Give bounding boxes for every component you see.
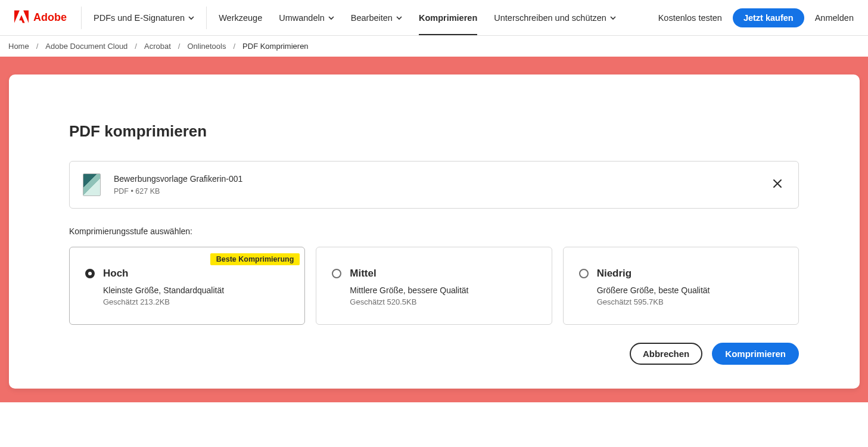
file-info: Bewerbungsvorlage Grafikerin-001 PDF • 6… xyxy=(114,174,757,195)
main-card: PDF komprimieren Bewerbungsvorlage Grafi… xyxy=(9,74,860,389)
compress-button[interactable]: Komprimieren xyxy=(712,343,799,365)
nav-unterschreiben[interactable]: Unterschreiben und schützen xyxy=(486,0,624,35)
option-estimate: Geschätzt 213.2KB xyxy=(103,297,289,306)
chevron-down-icon xyxy=(396,13,402,23)
page-title: PDF komprimieren xyxy=(69,122,799,141)
nav-pdfs-esignatures[interactable]: PDFs und E-Signaturen xyxy=(85,0,203,35)
option-estimate: Geschätzt 595.7KB xyxy=(597,297,783,306)
nav-umwandeln[interactable]: Umwandeln xyxy=(270,0,343,35)
breadcrumb-onlinetools[interactable]: Onlinetools xyxy=(187,42,226,51)
chevron-down-icon xyxy=(610,13,616,23)
adobe-logo[interactable]: Adobe xyxy=(8,10,73,26)
nav-label: Bearbeiten xyxy=(351,13,393,23)
option-medium[interactable]: Mittel Mittlere Größe, bessere Qualität … xyxy=(316,247,552,325)
nav-label: Komprimieren xyxy=(419,13,477,23)
file-meta: PDF • 627 KB xyxy=(114,187,757,195)
file-row: Bewerbungsvorlage Grafikerin-001 PDF • 6… xyxy=(69,161,799,209)
option-low[interactable]: Niedrig Größere Größe, beste Qualität Ge… xyxy=(563,247,799,325)
top-nav: Adobe PDFs und E-Signaturen Werkzeuge Um… xyxy=(0,0,868,36)
nav-label: Umwandeln xyxy=(279,13,325,23)
breadcrumb-current: PDF Komprimieren xyxy=(242,42,309,51)
nav-label: Werkzeuge xyxy=(219,13,262,23)
breadcrumb-sep: / xyxy=(233,42,235,51)
breadcrumb-sep: / xyxy=(135,42,137,51)
nav-separator xyxy=(81,7,82,29)
close-icon xyxy=(772,181,783,191)
breadcrumb-sep: / xyxy=(36,42,39,51)
breadcrumb-acrobat[interactable]: Acrobat xyxy=(144,42,171,51)
nav-bearbeiten[interactable]: Bearbeiten xyxy=(343,0,410,35)
file-thumbnail xyxy=(83,173,101,196)
nav-label: PDFs und E-Signaturen xyxy=(94,13,185,23)
option-desc: Mittlere Größe, bessere Qualität xyxy=(350,285,536,295)
breadcrumb-document-cloud[interactable]: Adobe Document Cloud xyxy=(45,42,127,51)
nav-label: Unterschreiben und schützen xyxy=(494,13,606,23)
option-title: Hoch xyxy=(103,268,129,280)
option-title: Niedrig xyxy=(597,268,632,280)
option-high[interactable]: Beste Komprimierung Hoch Kleinste Größe,… xyxy=(69,247,305,325)
radio-icon xyxy=(579,269,589,278)
breadcrumb-sep: / xyxy=(178,42,181,51)
option-estimate: Geschätzt 520.5KB xyxy=(350,297,536,306)
hero-background: PDF komprimieren Bewerbungsvorlage Grafi… xyxy=(0,57,868,402)
nav-komprimieren[interactable]: Komprimieren xyxy=(410,0,486,35)
file-name: Bewerbungsvorlage Grafikerin-001 xyxy=(114,174,757,184)
cancel-button[interactable]: Abbrechen xyxy=(630,343,702,365)
nav-items: PDFs und E-Signaturen Werkzeuge Umwandel… xyxy=(77,0,624,35)
chevron-down-icon xyxy=(328,13,334,23)
chevron-down-icon xyxy=(188,13,194,23)
adobe-logo-text: Adobe xyxy=(33,11,67,24)
radio-icon xyxy=(332,269,341,278)
nav-separator xyxy=(206,7,207,29)
option-desc: Größere Größe, beste Qualität xyxy=(597,285,783,295)
login-link[interactable]: Anmelden xyxy=(815,13,860,23)
option-desc: Kleinste Größe, Standardqualität xyxy=(103,285,289,295)
compression-options: Beste Komprimierung Hoch Kleinste Größe,… xyxy=(69,247,799,325)
breadcrumb-home[interactable]: Home xyxy=(8,42,29,51)
buy-button[interactable]: Jetzt kaufen xyxy=(733,8,804,27)
nav-right: Kostenlos testen Jetzt kaufen Anmelden xyxy=(658,8,860,27)
compression-level-label: Komprimierungsstufe auswählen: xyxy=(69,226,799,236)
radio-icon xyxy=(85,269,95,278)
breadcrumb: Home / Adobe Document Cloud / Acrobat / … xyxy=(0,36,868,57)
action-buttons: Abbrechen Komprimieren xyxy=(69,343,799,365)
adobe-logo-icon xyxy=(14,10,29,26)
remove-file-button[interactable] xyxy=(770,176,785,194)
best-compression-badge: Beste Komprimierung xyxy=(210,253,300,265)
trial-link[interactable]: Kostenlos testen xyxy=(658,13,722,23)
option-title: Mittel xyxy=(350,268,376,280)
nav-werkzeuge[interactable]: Werkzeuge xyxy=(210,0,270,35)
